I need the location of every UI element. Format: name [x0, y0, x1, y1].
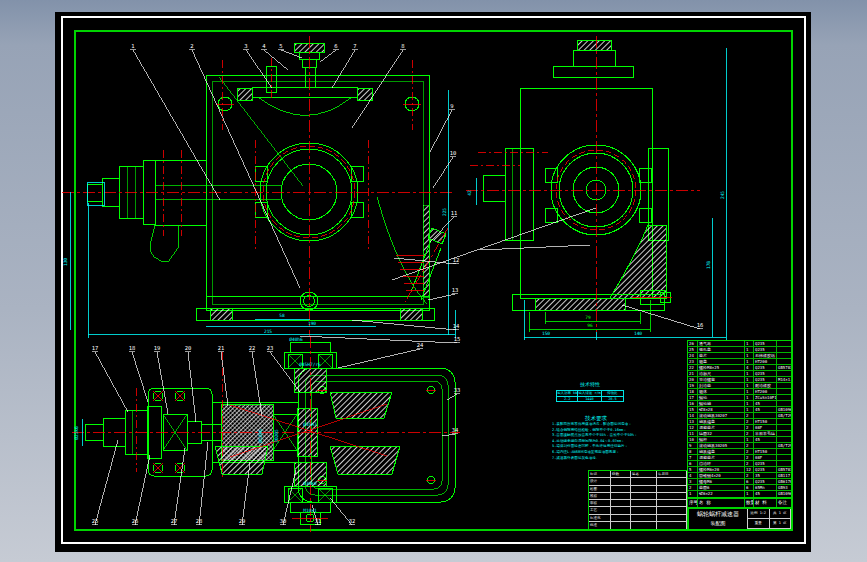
- parts-cell: 1: [745, 407, 754, 412]
- parts-cell: [777, 347, 791, 352]
- balloon-number: 18: [129, 345, 136, 351]
- balloon-number: 33: [454, 387, 461, 393]
- signature-cell: [611, 486, 631, 492]
- parts-cell: 箱盖: [698, 359, 745, 364]
- parts-cell: 2: [745, 455, 754, 460]
- balloon-number: 7: [353, 43, 356, 49]
- parts-cell: [777, 383, 791, 388]
- parts-cell: 蜗杆: [698, 437, 745, 442]
- parts-cell: 5: [688, 467, 698, 472]
- dimension-text: Ø45H7/r6: [299, 362, 321, 367]
- parts-cell: 4: [688, 473, 698, 478]
- signature-cell: [631, 515, 657, 521]
- parts-cell: 2: [745, 413, 754, 418]
- balloon-number: 26: [132, 518, 139, 524]
- parts-cell: 6: [745, 485, 754, 490]
- parts-cell: 13: [688, 419, 698, 424]
- parts-cell: Q235: [754, 365, 777, 370]
- parts-header-cell: 数量: [745, 499, 754, 507]
- balloon-number: 27: [171, 518, 178, 524]
- signature-row: 审核: [589, 500, 687, 507]
- parts-cell: GB5783: [777, 365, 791, 370]
- parts-cell: 10: [688, 437, 698, 442]
- parts-cell: 螺栓M8×25: [698, 365, 745, 370]
- dimension-text: 42: [467, 190, 472, 196]
- tech-requirements: 技术要求 1.装配前所有零件用煤油清洗，配合面涂润滑油；2.啮合侧隙用铅丝检验，…: [552, 415, 640, 461]
- parts-cell: GB6170: [777, 479, 791, 484]
- tech-requirement-line: 7.减速器外表面涂灰色油漆。: [552, 456, 640, 462]
- leader-line: [133, 50, 220, 200]
- parts-cell: [777, 449, 791, 454]
- parts-cell: 08F: [754, 425, 777, 430]
- parts-cell: 45: [754, 401, 777, 406]
- balloon-number: 15: [454, 336, 461, 342]
- parts-cell: [777, 389, 791, 394]
- signature-cell: [631, 493, 657, 499]
- signature-cell: [657, 486, 687, 492]
- signature-cell: [611, 478, 631, 484]
- parts-cell: GB1096: [777, 491, 791, 497]
- parts-cell: 键8×28: [698, 407, 745, 412]
- parts-cell: 封油垫: [698, 383, 745, 388]
- dimension-text: Ø40h6: [289, 337, 303, 342]
- parts-cell: Q235: [754, 347, 777, 352]
- parts-cell: 滚动轴承30205: [698, 443, 745, 448]
- tech-requirements-lines: 1.装配前所有零件用煤油清洗，配合面涂润滑油；2.啮合侧隙用铅丝检验，侧隙不小于…: [552, 422, 640, 461]
- parts-header-cell: 备注: [777, 499, 791, 507]
- signature-cell: 年月日: [657, 471, 687, 477]
- parts-cell: GB1096: [777, 407, 791, 412]
- balloon-number: 8: [401, 43, 404, 49]
- parts-cell: 1: [688, 491, 698, 497]
- signature-cell: 校核: [589, 493, 611, 499]
- parts-cell: 1: [745, 353, 754, 358]
- parts-cell: 轴承端盖: [698, 419, 745, 424]
- dimension-text: 130: [63, 258, 68, 266]
- balloon-number: 20: [185, 345, 192, 351]
- parts-cell: [754, 443, 777, 448]
- parts-cell: 18: [688, 389, 698, 394]
- tech-requirement-line: 1.装配前所有零件用煤油清洗，配合面涂润滑油；: [552, 422, 640, 428]
- parts-list-header: 序号名 称数量材 料备注: [687, 498, 792, 508]
- signature-cell: [611, 515, 631, 521]
- leader-line: [135, 455, 150, 525]
- balloon-number: 21: [218, 345, 225, 351]
- balloon-number: 16: [697, 322, 704, 328]
- signature-row: 标准化: [589, 515, 687, 522]
- parts-cell: 8: [688, 449, 698, 454]
- balloon-number: 2: [190, 43, 193, 49]
- parts-cell: HT200: [754, 389, 777, 394]
- balloon-number: 25: [92, 518, 99, 524]
- parts-cell: [777, 359, 791, 364]
- parts-cell: 1: [745, 377, 754, 382]
- balloon-number: 23: [267, 345, 274, 351]
- parts-cell: [777, 425, 791, 430]
- parts-cell: 15: [688, 407, 698, 412]
- balloon-number: 30: [280, 518, 287, 524]
- signature-row: 批准: [589, 522, 687, 529]
- parts-cell: 1: [745, 371, 754, 376]
- dimension-text: 140: [634, 331, 642, 336]
- leader-line: [95, 352, 128, 412]
- parts-cell: [777, 353, 791, 358]
- signature-cell: 工艺: [589, 507, 611, 513]
- title-block-grid: 比例 1:2 共 1 张 重量 第 1 张: [748, 509, 791, 529]
- parts-cell: [777, 341, 791, 346]
- tech-characteristics-table: 输入功率 kW输入转速 r/min传动比2.2144020.5: [556, 390, 624, 402]
- drawing-title-cell: 蜗轮蜗杆减速器 装配图: [689, 509, 748, 529]
- parts-cell: 1: [745, 383, 754, 388]
- balloon-number: 12: [453, 257, 460, 263]
- leader-line: [174, 448, 185, 525]
- dimension-text: 178: [706, 261, 711, 269]
- parts-cell: 1: [745, 359, 754, 364]
- balloon-number: 11: [451, 210, 458, 216]
- parts-cell: Q235: [754, 371, 777, 376]
- parts-cell: 2: [745, 425, 754, 430]
- leader-line: [338, 349, 420, 368]
- parts-cell: [754, 413, 777, 418]
- parts-cell: 14: [688, 413, 698, 418]
- balloon-number: 34: [452, 427, 459, 433]
- leader-line: [199, 442, 208, 525]
- signature-cell: 绘图: [589, 486, 611, 492]
- parts-cell: 滚动轴承30207: [698, 413, 745, 418]
- leader-line: [442, 434, 455, 436]
